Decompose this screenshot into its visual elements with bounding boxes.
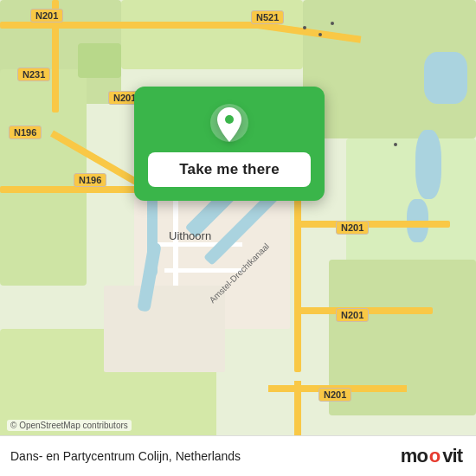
moovit-logo: moovit [401,445,462,467]
osm-attribution: © OpenStreetMap contributors [7,420,132,431]
road-label-n201-bot1: N201 [336,308,369,322]
map-dot-1 [303,26,306,29]
popup-card: Take me there [134,87,325,201]
road-n201-top [0,22,260,29]
road-label-n196-mid: N196 [74,173,106,187]
road-label-n231: N231 [17,68,50,81]
city-name-label: Uithoorn [169,229,211,242]
green-area-small [78,43,121,78]
location-title: Dans- en Partycentrum Colijn, Netherland… [10,449,241,463]
take-me-there-button[interactable]: Take me there [148,152,311,187]
road-label-n196-left: N196 [9,125,42,139]
moovit-full-logo: mo [401,445,428,467]
road-label-n201-right: N201 [336,221,369,235]
bottom-bar: Dans- en Partycentrum Colijn, Netherland… [0,435,476,476]
urban-south [104,286,225,372]
road-n201-right-h [294,221,450,228]
road-label-n201-top: N201 [30,9,63,23]
road-label-n201-bot2: N201 [318,388,351,402]
map-container: Amstel-Drechtkanaal N201 N521 N231 N201 … [0,0,476,476]
location-pin-icon [209,102,250,144]
map-dot-4 [394,143,397,146]
map-dot-2 [318,33,322,36]
popup-pin-icon [209,102,250,144]
map-dot-3 [331,22,334,25]
water-east-2 [415,130,441,199]
water-east [424,52,467,104]
road-label-n521: N521 [251,10,284,24]
svg-point-1 [225,115,234,124]
minor-road-3 [164,268,242,273]
